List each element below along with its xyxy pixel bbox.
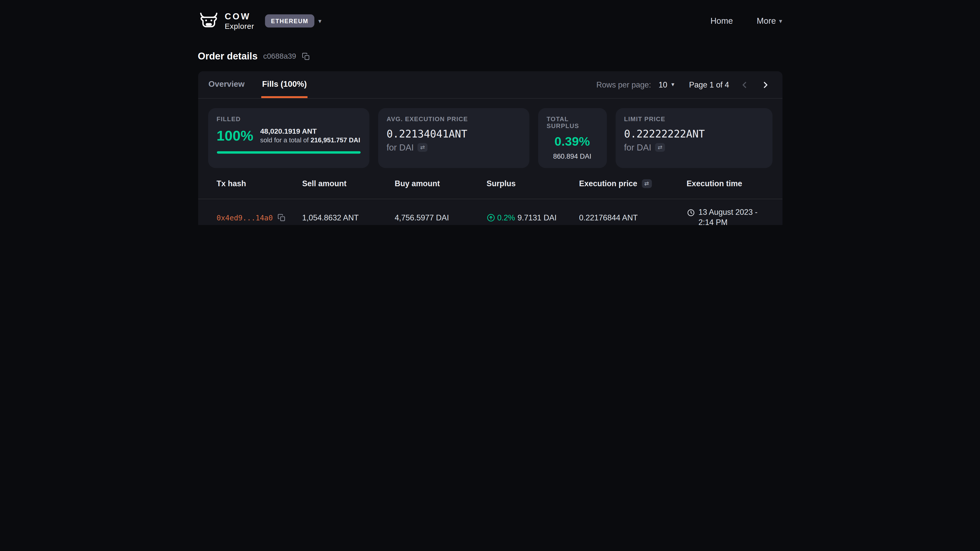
filled-label: FILLED <box>217 116 360 122</box>
chevron-down-icon: ▾ <box>318 18 321 24</box>
avg-execution-price-value: 0.22134041ANT <box>387 128 520 140</box>
page: COW Explorer ETHEREUM ▾ Home More ▾ Orde… <box>0 0 980 225</box>
table-header: Tx hash Sell amount Buy amount Surplus E… <box>198 168 782 199</box>
buy-amount: 4,756.5977 DAI <box>395 213 487 222</box>
avg-price-per: for DAI <box>387 142 414 152</box>
order-id: c0688a39 <box>263 52 296 60</box>
surplus-amount: 9.7131 DAI <box>517 213 557 222</box>
clock-icon <box>687 209 695 217</box>
network-badge[interactable]: ETHEREUM <box>265 14 314 27</box>
avg-price-number: 0.22134041 <box>387 128 449 140</box>
chevron-down-icon: ▾ <box>779 18 782 24</box>
col-execution-price: Execution price ⇄ <box>579 179 687 188</box>
caret-down-icon: ▼ <box>670 82 675 87</box>
limit-price-value: 0.22222222ANT <box>624 128 763 140</box>
logo-wordmark: COW <box>224 12 254 21</box>
col-tx-hash: Tx hash <box>217 179 302 188</box>
rows-per-page-value: 10 <box>659 80 667 89</box>
total-surplus-label: TOTAL SURPLUS <box>547 116 598 129</box>
swap-icon[interactable]: ⇄ <box>641 179 652 188</box>
fills-table-body: 0x4ed9...14a0 1,054.8632 ANT 4,756.5977 … <box>198 199 782 225</box>
order-panel: Overview Fills (100%) Rows per page: 10 … <box>198 71 782 225</box>
tabs: Overview Fills (100%) <box>208 71 307 98</box>
limit-price-per: for DAI <box>624 142 651 152</box>
col-sell-amount: Sell amount <box>302 179 395 188</box>
tx-hash-cell: 0x4ed9...14a0 <box>217 213 302 222</box>
tab-fills[interactable]: Fills (100%) <box>261 71 307 98</box>
limit-price-card: LIMIT PRICE 0.22222222ANT for DAI ⇄ <box>615 108 772 168</box>
top-navigation: COW Explorer ETHEREUM ▾ Home More ▾ <box>0 0 980 42</box>
tab-bar: Overview Fills (100%) Rows per page: 10 … <box>198 71 782 99</box>
col-surplus: Surplus <box>487 179 579 188</box>
filled-amount: 48,020.1919 ANT <box>260 127 360 136</box>
nav-more[interactable]: More ▾ <box>757 16 782 26</box>
filled-card: FILLED 100% 48,020.1919 ANT sold for a t… <box>208 108 369 168</box>
surplus-cell: 0.2% 9.7131 DAI <box>487 213 579 222</box>
page-head: Order details c0688a39 <box>198 51 782 62</box>
execution-time-cell: 13 August 2023 - 2:14 PM <box>687 208 772 225</box>
avg-execution-price-label: AVG. EXECUTION PRICE <box>387 116 520 122</box>
cow-logo-icon <box>198 11 219 30</box>
surplus-up-icon <box>487 214 495 222</box>
limit-price-token: ANT <box>686 128 705 140</box>
main-content: Order details c0688a39 Overview Fills (1… <box>198 51 782 225</box>
pagination: Rows per page: 10 ▼ Page 1 of 4 <box>597 71 772 98</box>
nav-home[interactable]: Home <box>711 16 733 26</box>
page-status: Page 1 of 4 <box>689 80 729 89</box>
rows-per-page-label: Rows per page: <box>597 80 651 89</box>
rows-per-page-select[interactable]: 10 ▼ <box>659 80 676 89</box>
limit-price-label: LIMIT PRICE <box>624 116 763 122</box>
total-surplus-amount: 860.894 DAI <box>547 152 598 160</box>
col-execution-time: Execution time <box>687 179 772 188</box>
fill-progress-bar <box>217 151 360 154</box>
swap-icon[interactable]: ⇄ <box>417 143 428 152</box>
tx-hash-link[interactable]: 0x4ed9...14a0 <box>217 213 273 222</box>
execution-time: 13 August 2023 - 2:14 PM <box>698 208 772 225</box>
copy-order-id-icon[interactable] <box>302 52 310 60</box>
col-execution-price-label: Execution price <box>579 179 637 188</box>
sell-amount: 1,054.8632 ANT <box>302 213 395 222</box>
previous-page-button[interactable] <box>738 78 750 91</box>
avg-execution-price-card: AVG. EXECUTION PRICE 0.22134041ANT for D… <box>378 108 529 168</box>
tab-overview[interactable]: Overview <box>208 71 245 98</box>
network-selector[interactable]: ETHEREUM ▾ <box>265 14 321 27</box>
main-nav: Home More ▾ <box>711 16 782 26</box>
filled-percent: 100% <box>217 127 253 144</box>
filled-sold-text: sold for a total of <box>260 136 309 144</box>
avg-price-token: ANT <box>449 128 467 140</box>
copy-tx-hash-icon[interactable] <box>277 214 285 222</box>
next-page-button[interactable] <box>759 78 772 91</box>
swap-icon[interactable]: ⇄ <box>655 143 665 152</box>
summary-cards: FILLED 100% 48,020.1919 ANT sold for a t… <box>208 108 772 168</box>
table-row: 0x4ed9...14a0 1,054.8632 ANT 4,756.5977 … <box>198 199 782 225</box>
page-title: Order details <box>198 51 258 62</box>
total-surplus-percent: 0.39% <box>547 135 598 149</box>
execution-price: 0.22176844 ANT <box>579 213 687 222</box>
logo[interactable]: COW Explorer <box>198 11 254 30</box>
nav-more-label: More <box>757 16 776 26</box>
surplus-percent: 0.2% <box>497 213 515 222</box>
total-surplus-card: TOTAL SURPLUS 0.39% 860.894 DAI <box>538 108 606 168</box>
col-buy-amount: Buy amount <box>395 179 487 188</box>
limit-price-number: 0.22222222 <box>624 128 686 140</box>
filled-sold-line: sold for a total of 216,951.757 DAI <box>260 136 360 144</box>
logo-subtitle: Explorer <box>224 22 254 30</box>
filled-sold-total: 216,951.757 DAI <box>310 136 360 144</box>
